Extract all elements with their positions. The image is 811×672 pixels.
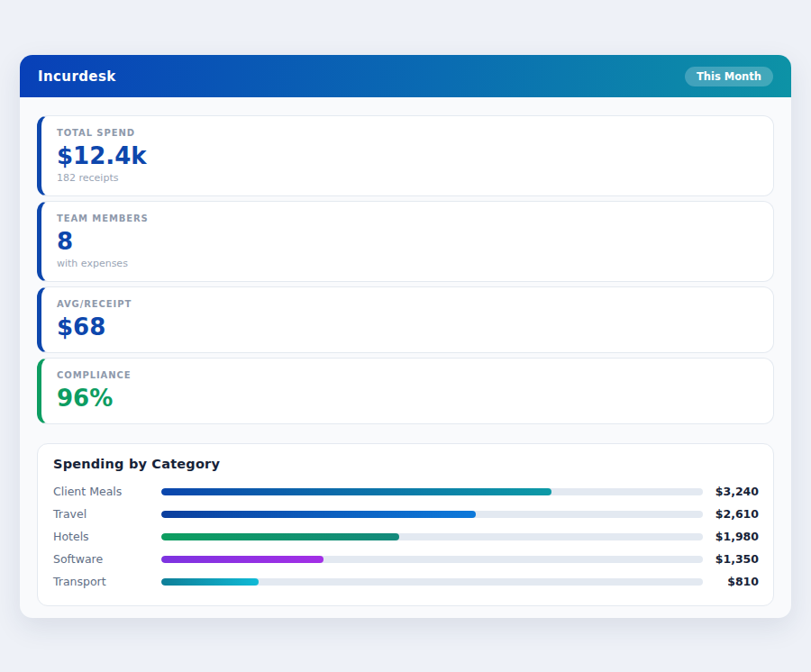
category-value: $1,980 bbox=[703, 530, 759, 543]
stat-sub-label: 182 receipts bbox=[57, 171, 759, 185]
stat-value: $68 bbox=[57, 313, 759, 341]
app-title: Incurdesk bbox=[38, 68, 116, 85]
chart-row: Software$1,350 bbox=[53, 548, 759, 570]
chart-card: Spending by Category Client Meals$3,240T… bbox=[37, 443, 774, 606]
app-header: Incurdesk This Month bbox=[20, 55, 791, 97]
bar-track bbox=[161, 533, 703, 540]
stat-value: 8 bbox=[57, 227, 759, 256]
bar-fill bbox=[161, 556, 323, 563]
app-card: Incurdesk This Month TOTAL SPEND$12.4k18… bbox=[20, 55, 791, 618]
bar-fill bbox=[161, 511, 476, 518]
chart-row: Travel$2,610 bbox=[53, 503, 759, 525]
stat-label: TOTAL SPEND bbox=[57, 127, 759, 140]
stat-card: AVG/RECEIPT$68 bbox=[37, 286, 774, 353]
bar-track bbox=[161, 556, 703, 563]
category-label: Software bbox=[53, 552, 161, 566]
stat-label: TEAM MEMBERS bbox=[57, 213, 759, 225]
category-value: $3,240 bbox=[703, 485, 759, 498]
category-value: $2,610 bbox=[703, 507, 759, 521]
stat-value: 96% bbox=[57, 384, 759, 413]
period-badge[interactable]: This Month bbox=[685, 67, 773, 86]
category-label: Travel bbox=[53, 507, 161, 521]
bar-fill bbox=[161, 533, 399, 540]
stat-card: TOTAL SPEND$12.4k182 receipts bbox=[37, 115, 774, 196]
stat-card: COMPLIANCE96% bbox=[37, 358, 774, 424]
category-value: $1,350 bbox=[703, 552, 759, 566]
chart-row: Transport$810 bbox=[53, 570, 759, 593]
stat-card: TEAM MEMBERS8with expenses bbox=[37, 201, 774, 282]
bar-fill bbox=[161, 578, 259, 586]
stats-list: TOTAL SPEND$12.4k182 receiptsTEAM MEMBER… bbox=[37, 115, 774, 424]
category-label: Transport bbox=[53, 575, 161, 588]
category-value: $810 bbox=[703, 575, 759, 588]
stat-value: $12.4k bbox=[57, 141, 759, 170]
chart-row: Hotels$1,980 bbox=[53, 525, 759, 548]
chart-row: Client Meals$3,240 bbox=[53, 480, 759, 503]
category-label: Hotels bbox=[53, 530, 161, 543]
stat-sub-label: with expenses bbox=[57, 257, 759, 270]
stat-label: AVG/RECEIPT bbox=[57, 298, 759, 311]
chart-rows: Client Meals$3,240Travel$2,610Hotels$1,9… bbox=[53, 480, 759, 593]
bar-track bbox=[161, 578, 703, 586]
chart-title: Spending by Category bbox=[53, 457, 759, 471]
app-content: TOTAL SPEND$12.4k182 receiptsTEAM MEMBER… bbox=[20, 97, 791, 606]
category-label: Client Meals bbox=[53, 485, 161, 498]
bar-fill bbox=[161, 488, 551, 495]
stat-label: COMPLIANCE bbox=[57, 369, 759, 382]
bar-track bbox=[161, 511, 703, 518]
bar-track bbox=[161, 488, 703, 495]
